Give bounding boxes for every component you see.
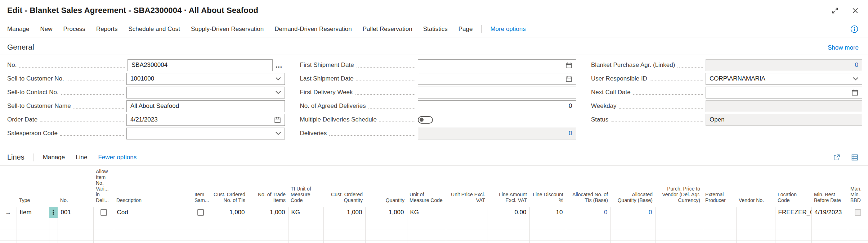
cell-line-amount-excl-vat[interactable]: 0.00 <box>488 207 529 218</box>
chevron-down-icon[interactable] <box>276 91 281 94</box>
action-item-page[interactable]: Page <box>458 26 473 33</box>
cell-purch-price-to-vendor[interactable] <box>655 207 703 218</box>
first-delivery-week-input[interactable] <box>418 87 576 98</box>
cell-cust-ordered-quantity[interactable]: 1,000 <box>323 207 365 218</box>
cell-ti-unit-of-measure-code[interactable] <box>288 218 323 229</box>
cell-allow-item-no-variance-in-delivery[interactable] <box>93 207 114 218</box>
cell-description[interactable] <box>114 240 192 243</box>
row-menu-cell[interactable] <box>49 218 58 229</box>
cell-vendor-no[interactable] <box>736 218 775 229</box>
last-shipment-date-input[interactable] <box>418 73 576 85</box>
cell-purch-price-to-vendor[interactable] <box>655 240 703 243</box>
cell-allocated-no-of-tis-base[interactable] <box>566 218 610 229</box>
col-header-line-discount-pct[interactable]: Line Discount % <box>529 166 566 207</box>
col-header-vendor-no[interactable]: Vendor No. <box>736 166 775 207</box>
row-menu-cell[interactable]: ⋮ <box>49 207 58 218</box>
cell-location-code[interactable]: FREEZER_01 <box>775 207 811 218</box>
sell-to-customer-name-input[interactable]: All About Seafood <box>126 100 285 112</box>
close-icon[interactable] <box>852 7 859 14</box>
cell-purch-price-to-vendor[interactable] <box>655 218 703 229</box>
col-header-location-code[interactable]: Location Code <box>775 166 811 207</box>
cell-no[interactable] <box>58 240 93 243</box>
info-icon[interactable] <box>850 25 859 33</box>
cell-no[interactable] <box>58 229 93 240</box>
row-menu-cell[interactable] <box>49 229 58 240</box>
cell-unit-price-excl-vat[interactable] <box>446 229 488 240</box>
cell-quantity[interactable] <box>365 229 407 240</box>
cell-unit-of-measure-code[interactable] <box>407 229 446 240</box>
cell-cust-ordered-no-of-tis[interactable] <box>209 229 248 240</box>
cell-min-best-before-date[interactable] <box>811 240 848 243</box>
open-in-new-icon[interactable] <box>833 153 841 161</box>
col-header-allow-item-no-variance-in-delivery[interactable]: Allow Item No. Vari... in Deli... <box>93 166 114 207</box>
cell-line-amount-excl-vat[interactable] <box>488 229 529 240</box>
cell-ti-unit-of-measure-code[interactable]: KG <box>288 207 323 218</box>
no-input[interactable]: SBA2300004 <box>127 59 273 71</box>
cell-allow-item-no-variance-in-delivery[interactable] <box>93 229 114 240</box>
col-header-cust-ordered-no-of-tis[interactable]: Cust. Ordered No. of TIs <box>209 166 248 207</box>
cell-no-of-trade-items[interactable] <box>248 218 288 229</box>
action-item-demand-driven-reservation[interactable]: Demand-Driven Reservation <box>274 26 352 33</box>
cell-line-discount-pct[interactable]: 10 <box>529 207 566 218</box>
cell-cust-ordered-no-of-tis[interactable] <box>209 240 248 243</box>
col-header-line-amount-excl-vat[interactable]: Line Amount Excl. VAT <box>488 166 529 207</box>
cell-no-of-trade-items[interactable]: 1,000 <box>248 207 288 218</box>
cell-type[interactable]: Item <box>17 207 49 218</box>
col-header-man-min-bbd[interactable]: Man. Min. BBD <box>848 166 868 207</box>
cell-line-discount-pct[interactable] <box>529 240 566 243</box>
cell-vendor-no[interactable] <box>736 229 775 240</box>
show-more-link[interactable]: Show more <box>828 44 859 51</box>
cell-location-code[interactable] <box>775 229 811 240</box>
chevron-down-icon[interactable] <box>853 77 858 81</box>
action-item-new[interactable]: New <box>40 26 52 33</box>
sell-to-contact-no-input[interactable] <box>126 87 285 98</box>
col-header-no-of-trade-items[interactable]: No. of Trade Items <box>248 166 288 207</box>
action-item-supply-driven-reservation[interactable]: Supply-Driven Reservation <box>191 26 264 33</box>
next-call-date-input[interactable] <box>706 87 862 98</box>
cell-location-code[interactable] <box>775 240 811 243</box>
cell-description[interactable] <box>114 229 192 240</box>
cell-no-of-trade-items[interactable] <box>248 240 288 243</box>
cell-line-amount-excl-vat[interactable] <box>488 218 529 229</box>
cell-ti-unit-of-measure-code[interactable] <box>288 240 323 243</box>
cell-unit-of-measure-code[interactable] <box>407 240 446 243</box>
col-header-allocated-quantity-base[interactable]: Allocated Quantity (Base) <box>610 166 655 207</box>
fewer-options-button[interactable]: Fewer options <box>98 154 137 161</box>
cell-location-code[interactable] <box>775 218 811 229</box>
cell-allocated-quantity-base[interactable]: 0 <box>610 207 655 218</box>
user-responsible-id-input[interactable]: CORP\ARNAMARIA <box>706 73 862 85</box>
cell-min-best-before-date[interactable] <box>811 229 848 240</box>
lines-action-manage[interactable]: Manage <box>43 154 65 161</box>
allow-item-no-variance-in-delivery-checkbox[interactable] <box>100 209 107 216</box>
cell-man-min-bbd[interactable] <box>848 218 868 229</box>
chevron-down-icon[interactable] <box>276 132 281 135</box>
col-header-no[interactable]: No. <box>58 166 93 207</box>
cell-allocated-no-of-tis-base[interactable]: 0 <box>566 207 610 218</box>
no-of-agreed-deliveries-input[interactable]: 0 <box>418 100 576 112</box>
first-shipment-date-input[interactable] <box>418 59 576 71</box>
lines-action-line[interactable]: Line <box>76 154 87 161</box>
cell-line-discount-pct[interactable] <box>529 218 566 229</box>
col-header-ti-unit-of-measure-code[interactable]: TI Unit of Measure Code <box>288 166 323 207</box>
cell-unit-price-excl-vat[interactable] <box>446 207 488 218</box>
cell-cust-ordered-no-of-tis[interactable]: 1,000 <box>209 207 248 218</box>
cell-allocated-quantity-base[interactable] <box>610 218 655 229</box>
calendar-icon[interactable] <box>565 62 572 69</box>
cell-vendor-no[interactable] <box>736 240 775 243</box>
action-item-pallet-reservation[interactable]: Pallet Reservation <box>363 26 412 33</box>
cell-line-discount-pct[interactable] <box>529 229 566 240</box>
cell-line-amount-excl-vat[interactable] <box>488 240 529 243</box>
multiple-deliveries-schedule-toggle[interactable] <box>418 116 433 124</box>
cell-no[interactable]: 001 <box>58 207 93 218</box>
cell-cust-ordered-quantity[interactable] <box>323 229 365 240</box>
col-header-min-best-before-date[interactable]: Min. Best Before Date <box>811 166 848 207</box>
cell-type[interactable] <box>17 240 49 243</box>
cell-cust-ordered-quantity[interactable] <box>323 218 365 229</box>
assist-edit-button[interactable]: … <box>273 60 285 70</box>
cell-item-sample[interactable] <box>192 240 209 243</box>
col-header-external-producer[interactable]: External Producer <box>703 166 736 207</box>
action-item-schedule-and-cost[interactable]: Schedule and Cost <box>128 26 180 33</box>
cell-external-producer[interactable] <box>703 229 736 240</box>
cell-vendor-no[interactable] <box>736 207 775 218</box>
col-header-unit-of-measure-code[interactable]: Unit of Measure Code <box>407 166 446 207</box>
